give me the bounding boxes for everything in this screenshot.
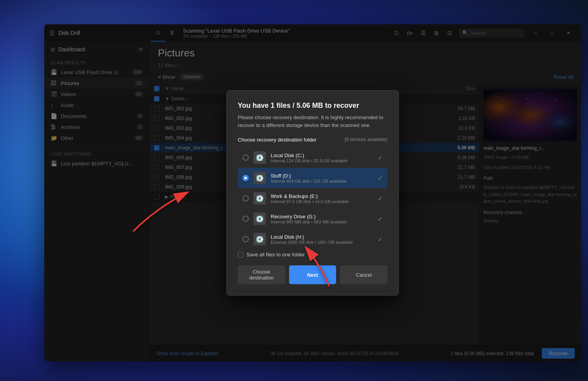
modal-devices-count: (9 devices available) <box>345 137 387 143</box>
modal-desc: Please choose recovery destination. It i… <box>238 114 387 129</box>
choose-destination-button[interactable]: Choose destination <box>238 265 285 284</box>
drive-item-c[interactable]: 💽 Local Disk (C:) Internal 124 GB disk •… <box>238 147 387 168</box>
drive-h-ok: ✓ <box>378 236 383 243</box>
drive-d-icon: 💽 <box>253 172 266 184</box>
cancel-button[interactable]: Cancel <box>340 265 387 284</box>
modal-buttons: Choose destination Next Cancel <box>238 265 387 284</box>
drive-d-detail: Internal 464 GB disk • 101 GB available <box>271 179 373 183</box>
app-window: ☰ Disk Drill ⌂ ⏸ Scanning "Lexar USB Fla… <box>44 24 581 361</box>
drive-list[interactable]: 💽 Local Disk (C:) Internal 124 GB disk •… <box>238 147 387 245</box>
drive-c-ok: ✓ <box>378 154 383 161</box>
radio-e[interactable] <box>242 195 249 201</box>
drive-h-icon: 💽 <box>253 233 266 245</box>
drive-e-ok: ✓ <box>378 195 383 202</box>
modal-overlay: You have 1 files / 5.06 MB to recover Pl… <box>44 24 581 361</box>
drive-g-detail: Internal 999 MB disk • 983 MB available <box>271 220 373 224</box>
radio-c[interactable] <box>242 154 249 161</box>
recovery-modal: You have 1 files / 5.06 MB to recover Pl… <box>226 90 399 296</box>
modal-section-label: Choose recovery destination folder (9 de… <box>238 137 387 143</box>
save-all-checkbox[interactable] <box>238 252 243 258</box>
save-all-checkbox-row: Save all files to one folder <box>238 252 387 258</box>
drive-item-d[interactable]: 💽 Stuff (D:) Internal 464 GB disk • 101 … <box>238 168 387 188</box>
radio-g[interactable] <box>242 216 249 222</box>
drive-d-ok: ✓ <box>378 174 383 182</box>
drive-item-h[interactable]: 💽 Local Disk (H:) External 1000 GB disk … <box>238 229 387 245</box>
radio-d[interactable] <box>242 175 249 181</box>
drive-c-icon: 💽 <box>253 151 266 164</box>
drive-h-name: Local Disk (H:) <box>271 234 373 240</box>
next-button[interactable]: Next <box>289 265 337 284</box>
drive-h-detail: External 1000 GB disk • 100+ GB availabl… <box>271 240 373 245</box>
drive-e-detail: Internal 97.6 GB disk • 14.6 GB availabl… <box>271 199 373 204</box>
drive-d-name: Stuff (D:) <box>271 173 373 179</box>
modal-section-text: Choose recovery destination folder <box>238 137 317 143</box>
drive-item-g[interactable]: 💽 Recovery Drive (G:) Internal 999 MB di… <box>238 209 387 229</box>
drive-c-detail: Internal 124 GB disk • 25.9 GB available <box>271 158 373 163</box>
modal-title: You have 1 files / 5.06 MB to recover <box>238 102 387 110</box>
drive-g-name: Recovery Drive (G:) <box>271 214 373 220</box>
drive-e-icon: 💽 <box>253 192 266 205</box>
drive-c-name: Local Disk (C:) <box>271 152 373 158</box>
radio-h[interactable] <box>242 236 249 242</box>
drive-e-name: Work & Backups (E:) <box>271 193 373 199</box>
drive-g-icon: 💽 <box>253 212 266 225</box>
save-all-label: Save all files to one folder <box>246 252 305 258</box>
drive-item-e[interactable]: 💽 Work & Backups (E:) Internal 97.6 GB d… <box>238 188 387 209</box>
drive-g-ok: ✓ <box>378 215 383 223</box>
